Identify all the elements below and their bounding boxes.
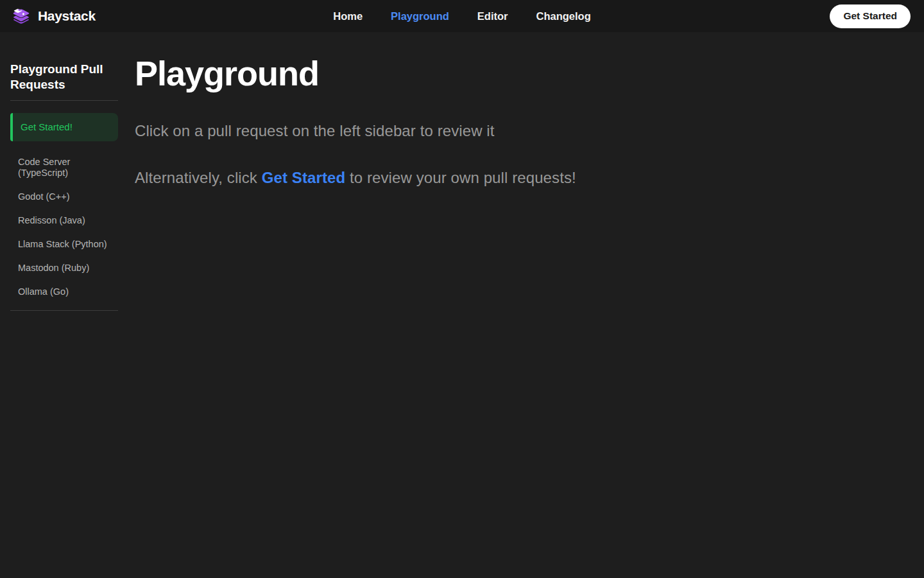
nav-home[interactable]: Home — [333, 10, 363, 22]
top-nav: Haystack Home Playground Editor Changelo… — [0, 0, 924, 32]
sidebar-divider-top — [10, 100, 118, 101]
pr-item-code-server[interactable]: Code Server (TypeScript) — [10, 150, 118, 185]
sidebar-title: Playground Pull Requests — [10, 62, 118, 92]
instruction-line-1: Click on a pull request on the left side… — [135, 122, 898, 140]
brand-name: Haystack — [38, 8, 96, 24]
nav-playground[interactable]: Playground — [391, 10, 449, 22]
pr-item-llama-stack[interactable]: Llama Stack (Python) — [10, 232, 118, 256]
brand[interactable]: Haystack — [10, 5, 96, 27]
get-started-link[interactable]: Get Started — [262, 169, 345, 186]
pr-item-get-started[interactable]: Get Started! — [10, 113, 118, 141]
pr-item-redisson[interactable]: Redisson (Java) — [10, 209, 118, 232]
nav-changelog[interactable]: Changelog — [536, 10, 591, 22]
haystack-logo-icon — [10, 5, 32, 27]
pr-item-godot[interactable]: Godot (C++) — [10, 185, 118, 209]
main-nav: Home Playground Editor Changelog — [333, 0, 591, 32]
pr-item-mastodon[interactable]: Mastodon (Ruby) — [10, 256, 118, 280]
page-title: Playground — [135, 53, 898, 93]
line2-suffix: to review your own pull requests! — [350, 169, 576, 186]
pr-item-ollama[interactable]: Ollama (Go) — [10, 280, 118, 304]
get-started-button[interactable]: Get Started — [830, 4, 911, 28]
instruction-line-2: Alternatively, click Get Started to revi… — [135, 169, 898, 187]
nav-editor[interactable]: Editor — [477, 10, 508, 22]
sidebar-divider-bottom — [10, 310, 118, 311]
main-content: Playground Click on a pull request on th… — [128, 32, 924, 578]
page-layout: Playground Pull Requests Get Started! Co… — [0, 32, 924, 578]
pr-list: Get Started! Code Server (TypeScript) Go… — [10, 113, 118, 304]
line2-prefix: Alternatively, click — [135, 169, 257, 186]
sidebar: Playground Pull Requests Get Started! Co… — [0, 32, 128, 578]
